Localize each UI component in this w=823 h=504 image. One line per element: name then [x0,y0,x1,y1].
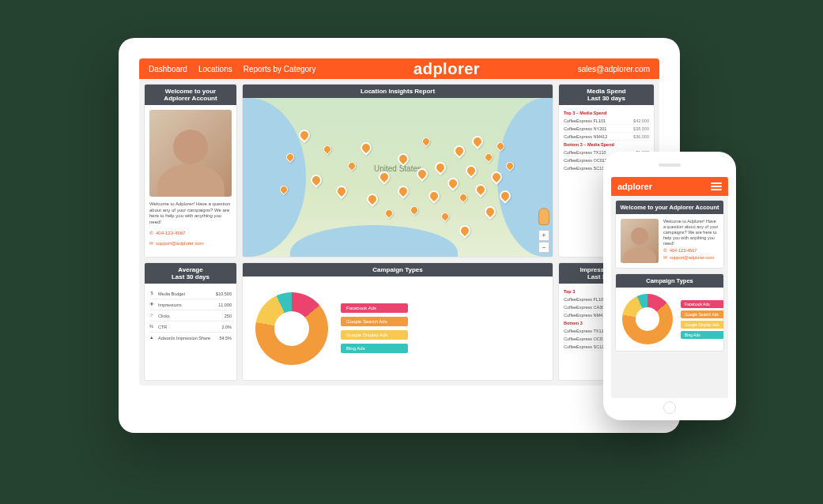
campaign-donut-chart [255,292,328,365]
mobile-welcome-title: Welcome to your Adplorer Account [616,201,723,214]
mobile-top-bar: adplorer [611,177,728,196]
streetview-pegman-icon[interactable] [538,208,549,225]
phone-icon: ✆ [149,230,153,235]
media-spend-top-label: Top 3 – Media Spend [564,111,649,115]
welcome-title: Welcome to your Adplorer Account [145,85,236,105]
mobile-welcome-text: Welcome to Adplorer! Have a question abo… [663,219,719,246]
nav-locations[interactable]: Locations [198,65,232,73]
legend-facebook: Facebook Ads [341,303,408,313]
media-spend-bottom-label: Bottom 3 – Media Spend [564,142,649,147]
zoom-out-button[interactable]: − [538,242,549,253]
campaign-legend: Facebook Ads Google Search Ads Google Di… [341,303,408,353]
support-phone[interactable]: ✆ 404-123-4567 [149,230,232,235]
mobile-campaign-card: Campaign Types Facebook Ads Google Searc… [615,273,724,352]
legend-google-search: Google Search Ads [341,317,408,326]
campaign-types-title: Campaign Types [243,263,553,276]
account-avatar-mobile [621,219,659,263]
map-title: Location Insights Report [243,85,553,98]
mobile-campaign-donut [622,294,673,344]
top-nav-bar: Dashboard Locations Reports by Category … [139,58,659,79]
legend-bing: Bing Ads [341,344,408,353]
mobile-support-phone[interactable]: ✆404-123-4567 [663,248,719,253]
list-item: ＄Media Budget$10,500 [149,288,232,299]
eye-icon: 👁 [149,302,155,307]
mobile-legend-facebook: Facebook Ads [681,300,724,308]
phone-icon: ✆ [663,248,667,253]
click-icon: ☞ [149,313,155,318]
campaign-types-card: Campaign Types Facebook Ads Google Searc… [242,262,553,381]
adwords-icon: ▲ [149,335,155,340]
mobile-support-email[interactable]: ✉support@adplorer.com [663,255,719,260]
welcome-text: Welcome to Adplorer! Have a question abo… [149,201,232,225]
location-map[interactable]: United States [243,98,553,257]
list-item: CoffeeExpress NY201$38,000 [564,125,649,133]
average-card: Average Last 30 days ＄Media Budget$10,50… [144,262,237,381]
welcome-card: Welcome to your Adplorer Account Welcome… [144,84,237,258]
home-button[interactable] [663,401,676,414]
mobile-screen: adplorer Welcome to your Adplorer Accoun… [611,177,728,398]
mobile-legend-bing: Bing Ads [681,331,724,339]
list-item: CoffeeExpress FL101$42,000 [564,117,649,125]
dollar-icon: ＄ [149,291,155,296]
average-title: Average Last 30 days [145,263,236,284]
laptop-frame: Dashboard Locations Reports by Category … [119,38,680,433]
mobile-campaign-title: Campaign Types [616,274,723,288]
support-email[interactable]: ✉ support@adplorer.com [149,240,232,246]
mobile-welcome-card: Welcome to your Adplorer Account Welcome… [615,200,724,269]
phone-frame: adplorer Welcome to your Adplorer Accoun… [603,152,736,420]
contact-email[interactable]: sales@adplorer.com [578,65,650,73]
zoom-in-button[interactable]: + [538,230,549,241]
mail-icon: ✉ [663,255,667,260]
map-country-label: United States [374,164,421,172]
legend-google-display: Google Display Ads [341,330,408,340]
list-item: ▲Adwords Impression Share54.5% [149,333,232,343]
account-avatar [149,110,232,197]
media-spend-title: Media Spend Last 30 days [559,85,654,105]
list-item: CoffeeExpress NM412$36,000 [564,133,649,141]
ctr-icon: % [149,324,155,329]
list-item: ☞Clicks250 [149,310,232,322]
mobile-legend-google-search: Google Search Ads [681,310,724,318]
menu-icon[interactable] [711,182,722,190]
mobile-legend-google-display: Google Display Ads [681,321,724,329]
nav-dashboard[interactable]: Dashboard [149,65,187,73]
mail-icon: ✉ [149,240,153,246]
list-item: %CTR2.0% [149,322,232,333]
map-card: Location Insights Report United States [242,84,553,258]
brand-logo: adplorer [327,60,566,78]
nav-reports[interactable]: Reports by Category [244,65,316,73]
list-item: 👁Impressions11,000 [149,299,232,310]
desktop-screen: Dashboard Locations Reports by Category … [139,58,659,386]
brand-logo-mobile: adplorer [617,182,652,191]
